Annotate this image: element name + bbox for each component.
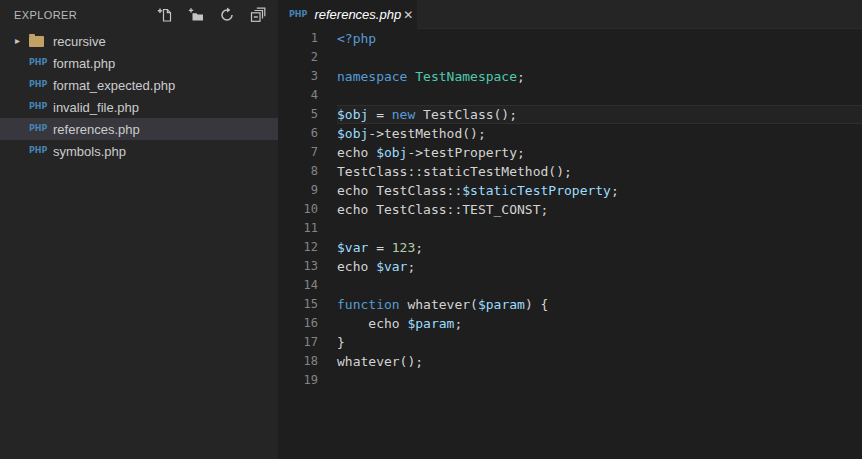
code-line-9[interactable]: 9echo TestClass::$staticTestProperty; <box>278 181 862 200</box>
code-line-5[interactable]: 5$obj = new TestClass(); <box>278 105 862 124</box>
line-number: 18 <box>278 352 318 371</box>
gutter-spacer <box>318 257 337 276</box>
line-number: 3 <box>278 67 318 86</box>
tree-item-format-expected-php[interactable]: PHPformat_expected.php <box>0 74 278 96</box>
new-folder-icon[interactable] <box>188 7 204 23</box>
line-number: 7 <box>278 143 318 162</box>
code-line-4[interactable]: 4 <box>278 86 862 105</box>
gutter-spacer <box>318 124 337 143</box>
line-text: echo $var; <box>337 257 862 276</box>
file-label: format.php <box>53 56 115 71</box>
refresh-icon[interactable] <box>219 7 235 23</box>
gutter-spacer <box>318 238 337 257</box>
line-number: 19 <box>278 371 318 390</box>
code-line-7[interactable]: 7echo $obj->testProperty; <box>278 143 862 162</box>
php-file-icon: PHP <box>289 11 307 19</box>
file-label: symbols.php <box>53 144 126 159</box>
gutter-spacer <box>318 371 337 390</box>
file-label: references.php <box>53 122 140 137</box>
gutter-spacer <box>318 29 337 48</box>
chevron-right-icon: ▸ <box>15 36 29 46</box>
tree-item-references-php[interactable]: PHPreferences.php <box>0 118 278 140</box>
line-text: echo $obj->testProperty; <box>337 143 862 162</box>
code-line-2[interactable]: 2 <box>278 48 862 67</box>
line-text <box>337 48 862 67</box>
vscode-window: EXPLORER <box>0 0 862 459</box>
code-line-15[interactable]: 15function whatever($param) { <box>278 295 862 314</box>
tree-item-symbols-php[interactable]: PHPsymbols.php <box>0 140 278 162</box>
code-line-1[interactable]: 1<?php <box>278 29 862 48</box>
code-line-12[interactable]: 12$var = 123; <box>278 238 862 257</box>
line-text: whatever(); <box>337 352 862 371</box>
gutter-spacer <box>318 143 337 162</box>
line-text <box>337 276 862 295</box>
php-file-icon: PHP <box>29 81 53 89</box>
php-file-icon: PHP <box>29 125 53 133</box>
line-number: 5 <box>278 105 318 124</box>
code-line-6[interactable]: 6$obj->testMethod(); <box>278 124 862 143</box>
line-number: 8 <box>278 162 318 181</box>
line-number: 1 <box>278 29 318 48</box>
line-text: echo TestClass::TEST_CONST; <box>337 200 862 219</box>
explorer-sidebar: EXPLORER <box>0 0 278 459</box>
file-label: format_expected.php <box>53 78 175 93</box>
gutter-spacer <box>318 105 337 124</box>
line-text: echo TestClass::$staticTestProperty; <box>337 181 862 200</box>
code-editor[interactable]: 1<?php23namespace TestNamespace;45$obj =… <box>278 29 862 459</box>
code-line-14[interactable]: 14 <box>278 276 862 295</box>
line-text: $obj->testMethod(); <box>337 124 862 143</box>
line-text: $var = 123; <box>337 238 862 257</box>
gutter-spacer <box>318 181 337 200</box>
gutter-spacer <box>318 86 337 105</box>
file-tree: ▸recursivePHPformat.phpPHPformat_expecte… <box>0 30 278 459</box>
gutter-spacer <box>318 352 337 371</box>
file-label: recursive <box>53 34 106 49</box>
php-file-icon: PHP <box>29 103 53 111</box>
line-number: 17 <box>278 333 318 352</box>
line-text <box>337 86 862 105</box>
gutter-spacer <box>318 219 337 238</box>
gutter-spacer <box>318 67 337 86</box>
line-number: 16 <box>278 314 318 333</box>
line-text: $obj = new TestClass(); <box>337 105 862 124</box>
collapse-all-icon[interactable] <box>250 7 266 23</box>
code-line-16[interactable]: 16 echo $param; <box>278 314 862 333</box>
gutter-spacer <box>318 200 337 219</box>
code-line-18[interactable]: 18whatever(); <box>278 352 862 371</box>
gutter-spacer <box>318 333 337 352</box>
tab-references-php[interactable]: PHP references.php ✕ <box>278 0 417 29</box>
tree-item-invalid-file-php[interactable]: PHPinvalid_file.php <box>0 96 278 118</box>
close-tab-icon[interactable]: ✕ <box>401 7 415 23</box>
tree-item-format-php[interactable]: PHPformat.php <box>0 52 278 74</box>
code-line-13[interactable]: 13echo $var; <box>278 257 862 276</box>
file-label: invalid_file.php <box>53 100 139 115</box>
tree-item-recursive[interactable]: ▸recursive <box>0 30 278 52</box>
tab-bar: PHP references.php ✕ <box>278 0 862 29</box>
line-number: 14 <box>278 276 318 295</box>
line-text: TestClass::staticTestMethod(); <box>337 162 862 181</box>
code-line-11[interactable]: 11 <box>278 219 862 238</box>
line-text: echo $param; <box>337 314 862 333</box>
explorer-header: EXPLORER <box>0 0 278 30</box>
line-number: 4 <box>278 86 318 105</box>
line-number: 9 <box>278 181 318 200</box>
code-line-3[interactable]: 3namespace TestNamespace; <box>278 67 862 86</box>
line-text: } <box>337 333 862 352</box>
line-text <box>337 219 862 238</box>
gutter-spacer <box>318 162 337 181</box>
code-line-19[interactable]: 19 <box>278 371 862 390</box>
line-text: function whatever($param) { <box>337 295 862 314</box>
gutter-spacer <box>318 314 337 333</box>
line-text: namespace TestNamespace; <box>337 67 862 86</box>
code-line-17[interactable]: 17} <box>278 333 862 352</box>
line-number: 12 <box>278 238 318 257</box>
code-line-10[interactable]: 10echo TestClass::TEST_CONST; <box>278 200 862 219</box>
line-number: 15 <box>278 295 318 314</box>
line-text: <?php <box>337 29 862 48</box>
php-file-icon: PHP <box>29 59 53 67</box>
code-line-8[interactable]: 8TestClass::staticTestMethod(); <box>278 162 862 181</box>
new-file-icon[interactable] <box>157 7 173 23</box>
line-number: 13 <box>278 257 318 276</box>
line-number: 6 <box>278 124 318 143</box>
gutter-spacer <box>318 295 337 314</box>
